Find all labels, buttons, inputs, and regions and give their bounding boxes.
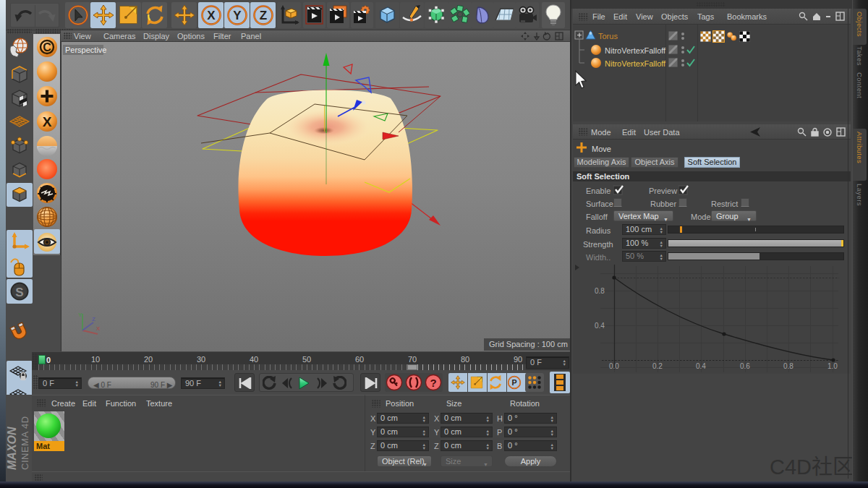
svg-text:0.4: 0.4	[696, 362, 706, 370]
svg-text:Z: Z	[92, 316, 95, 322]
svg-text:P: P	[511, 378, 516, 387]
svg-text:0.6: 0.6	[740, 362, 750, 370]
svg-text:0.0: 0.0	[609, 362, 619, 370]
svg-text:X: X	[43, 114, 52, 129]
svg-text:Z: Z	[260, 9, 267, 22]
svg-text:0.2: 0.2	[652, 362, 663, 370]
svg-text:0.8: 0.8	[595, 287, 605, 295]
svg-text:C: C	[43, 41, 51, 53]
svg-text:0.8: 0.8	[783, 362, 793, 370]
svg-text:Y: Y	[233, 9, 242, 22]
svg-text:X: X	[96, 325, 101, 332]
svg-text:X: X	[207, 9, 216, 22]
svg-text:Y: Y	[78, 312, 82, 318]
svg-text:?: ?	[430, 377, 436, 389]
svg-text:1.0: 1.0	[827, 362, 838, 370]
svg-text:0.4: 0.4	[595, 322, 605, 330]
svg-text:S: S	[15, 286, 23, 299]
